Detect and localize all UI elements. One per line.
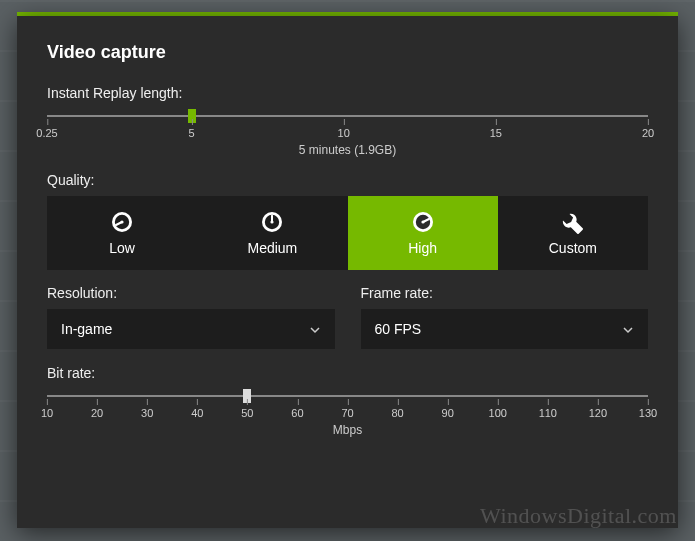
quality-label: Quality: — [47, 172, 648, 188]
gauge-low-icon — [110, 210, 134, 234]
framerate-value: 60 FPS — [375, 321, 422, 337]
replay-length-slider[interactable]: 0.255101520 — [47, 115, 648, 141]
framerate-label: Frame rate: — [361, 285, 649, 301]
quality-section: Quality: LowMediumHighCustom — [47, 172, 648, 270]
resolution-framerate-row: Resolution: In-game Frame rate: 60 FPS — [47, 285, 648, 349]
tick-label: 40 — [191, 407, 203, 419]
bitrate-section: Bit rate: 102030405060708090100110120130… — [47, 365, 648, 437]
bitrate-label: Bit rate: — [47, 365, 648, 381]
tick-label: 60 — [291, 407, 303, 419]
resolution-col: Resolution: In-game — [47, 285, 335, 349]
tick-label: 15 — [490, 127, 502, 139]
quality-option-label: Low — [109, 240, 135, 256]
gauge-high-icon — [411, 210, 435, 234]
svg-point-2 — [121, 220, 124, 223]
slider-track — [47, 395, 648, 397]
chevron-down-icon — [622, 323, 634, 335]
quality-option-medium[interactable]: Medium — [197, 196, 347, 270]
resolution-label: Resolution: — [47, 285, 335, 301]
tick-label: 120 — [589, 407, 607, 419]
tick-label: 80 — [391, 407, 403, 419]
tick-label: 70 — [341, 407, 353, 419]
quality-options: LowMediumHighCustom — [47, 196, 648, 270]
slider-track — [47, 115, 648, 117]
tick-label: 10 — [338, 127, 350, 139]
tick-label: 10 — [41, 407, 53, 419]
replay-length-caption: 5 minutes (1.9GB) — [47, 143, 648, 157]
tick-label: 20 — [91, 407, 103, 419]
bitrate-slider[interactable]: 102030405060708090100110120130 — [47, 395, 648, 421]
quality-option-custom[interactable]: Custom — [498, 196, 648, 270]
framerate-col: Frame rate: 60 FPS — [361, 285, 649, 349]
tick-label: 50 — [241, 407, 253, 419]
slider-ticks: 0.255101520 — [47, 119, 648, 141]
quality-option-high[interactable]: High — [348, 196, 498, 270]
tick-label: 0.25 — [36, 127, 57, 139]
quality-option-label: Medium — [247, 240, 297, 256]
replay-length-label: Instant Replay length: — [47, 85, 648, 101]
quality-option-label: Custom — [549, 240, 597, 256]
video-capture-panel: Video capture Instant Replay length: 0.2… — [17, 16, 678, 528]
replay-length-section: Instant Replay length: 0.255101520 5 min… — [47, 85, 648, 157]
tick-label: 100 — [489, 407, 507, 419]
tick-label: 5 — [188, 127, 194, 139]
resolution-value: In-game — [61, 321, 112, 337]
tick-label: 30 — [141, 407, 153, 419]
wrench-icon — [561, 210, 585, 234]
slider-ticks: 102030405060708090100110120130 — [47, 399, 648, 421]
chevron-down-icon — [309, 323, 321, 335]
tick-label: 110 — [539, 407, 557, 419]
tick-label: 130 — [639, 407, 657, 419]
svg-point-5 — [271, 220, 274, 223]
tick-label: 20 — [642, 127, 654, 139]
bitrate-unit: Mbps — [47, 423, 648, 437]
gauge-mid-icon — [260, 210, 284, 234]
svg-point-8 — [421, 220, 424, 223]
quality-option-low[interactable]: Low — [47, 196, 197, 270]
page-title: Video capture — [47, 42, 648, 63]
framerate-dropdown[interactable]: 60 FPS — [361, 309, 649, 349]
quality-option-label: High — [408, 240, 437, 256]
resolution-dropdown[interactable]: In-game — [47, 309, 335, 349]
tick-label: 90 — [442, 407, 454, 419]
watermark: WindowsDigital.com — [480, 503, 677, 529]
